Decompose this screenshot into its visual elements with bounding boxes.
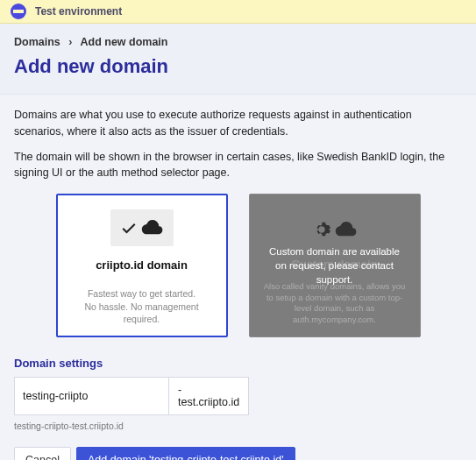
chevron-right-icon: › bbox=[68, 36, 72, 48]
breadcrumb-current: Add new domain bbox=[80, 36, 167, 48]
add-domain-button[interactable]: Add domain 'testing-criipto-test.criipto… bbox=[76, 447, 295, 460]
description-1: Domains are what you use to execute auth… bbox=[14, 107, 462, 140]
breadcrumb-root[interactable]: Domains bbox=[14, 36, 60, 48]
criipto-icon-box bbox=[110, 209, 174, 246]
domain-preview: testing-criipto-test.criipto.id bbox=[14, 421, 462, 431]
domain-type-cards: criipto.id domain Fastest way to get sta… bbox=[14, 194, 462, 337]
domain-input-row: -test.criipto.id bbox=[14, 377, 224, 415]
check-icon bbox=[120, 219, 138, 237]
domain-name-input[interactable] bbox=[14, 377, 169, 415]
custom-domain-card: Custom domain Also called vanity domains… bbox=[249, 194, 421, 337]
criipto-card-sub1: Fastest way to get started. bbox=[88, 287, 195, 300]
env-banner-text: Test environment bbox=[35, 5, 122, 18]
custom-card-overlay: Custom domain are available on request, … bbox=[250, 195, 420, 336]
domain-suffix: -test.criipto.id bbox=[169, 377, 249, 415]
criipto-card-sub2: No hassle. No management required. bbox=[68, 301, 216, 325]
env-banner: Test environment bbox=[0, 0, 476, 24]
custom-card-overlay-text: Custom domain are available on request, … bbox=[266, 244, 404, 287]
cloud-icon bbox=[141, 219, 164, 237]
description-2: The domain will be shown in the browser … bbox=[14, 149, 462, 182]
criipto-card-title: criipto.id domain bbox=[96, 258, 188, 272]
domain-settings-label: Domain settings bbox=[14, 357, 462, 370]
page-title: Add new domain bbox=[0, 55, 476, 94]
breadcrumb: Domains › Add new domain bbox=[0, 24, 476, 55]
button-row: Cancel Add domain 'testing-criipto-test.… bbox=[14, 447, 462, 460]
logo-icon bbox=[11, 4, 26, 19]
main-section: Domains are what you use to execute auth… bbox=[0, 94, 476, 460]
cancel-button[interactable]: Cancel bbox=[14, 447, 71, 460]
criipto-domain-card[interactable]: criipto.id domain Fastest way to get sta… bbox=[56, 194, 228, 337]
